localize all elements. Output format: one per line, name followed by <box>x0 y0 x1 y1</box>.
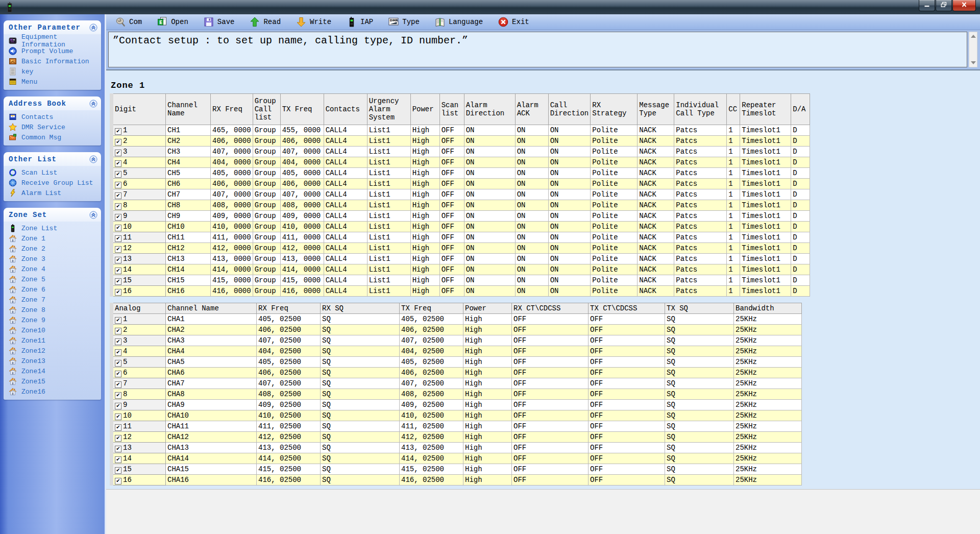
table-cell[interactable]: 406, 02500 <box>400 368 463 378</box>
row-header-cell[interactable]: ✔7 <box>112 189 166 200</box>
sidebar-item-common-msg[interactable]: Common Msg <box>4 132 101 142</box>
table-cell[interactable]: 405, 02500 <box>257 357 321 368</box>
table-cell[interactable]: 405, 02500 <box>400 314 463 325</box>
table-cell[interactable]: OFF <box>512 464 589 475</box>
table-cell[interactable]: CHA12 <box>166 432 257 443</box>
table-cell[interactable]: SQ <box>321 432 400 443</box>
table-cell[interactable]: Group <box>253 275 280 286</box>
table-cell[interactable]: 415, 02500 <box>257 464 321 475</box>
row-checkbox[interactable]: ✔ <box>115 225 121 231</box>
table-cell[interactable]: Polite <box>591 286 638 297</box>
table-cell[interactable]: Polite <box>591 157 638 168</box>
table-cell[interactable]: OFF <box>589 464 665 475</box>
table-cell[interactable]: High <box>463 421 512 432</box>
table-cell[interactable]: 416, 02500 <box>257 475 321 486</box>
table-cell[interactable]: ON <box>464 189 515 200</box>
table-cell[interactable]: 1 <box>727 168 740 179</box>
table-cell[interactable]: OFF <box>512 475 589 486</box>
sidebar-item-basic-information[interactable]: Basic Information <box>4 56 101 66</box>
table-cell[interactable]: NACK <box>638 264 674 275</box>
table-cell[interactable]: OFF <box>512 453 589 464</box>
table-cell[interactable]: 413, 02500 <box>257 443 321 453</box>
table-cell[interactable]: ON <box>548 168 591 179</box>
sidebar-item-zone12[interactable]: Zone12 <box>4 346 101 356</box>
row-header-cell[interactable]: ✔10 <box>112 410 166 421</box>
table-cell[interactable]: 1 <box>727 189 740 200</box>
table-cell[interactable]: List1 <box>367 189 410 200</box>
table-cell[interactable]: 414, 0000 <box>280 264 324 275</box>
table-cell[interactable]: NACK <box>638 200 674 211</box>
table-cell[interactable]: High <box>463 432 512 443</box>
sidebar-item-alarm-list[interactable]: Alarm List <box>4 188 101 198</box>
table-cell[interactable]: 405, 02500 <box>400 357 463 368</box>
table-cell[interactable]: CH15 <box>166 275 211 286</box>
row-header-cell[interactable]: ✔6 <box>112 179 166 189</box>
table-cell[interactable]: 408, 02500 <box>400 389 463 400</box>
table-cell[interactable]: 25KHz <box>734 443 802 453</box>
table-cell[interactable]: Patcs <box>674 222 727 232</box>
table-cell[interactable]: High <box>463 378 512 389</box>
table-cell[interactable]: SQ <box>321 378 400 389</box>
table-cell[interactable]: High <box>463 453 512 464</box>
table-cell[interactable]: OFF <box>512 410 589 421</box>
toolbar-button-iap[interactable]: IAP <box>342 15 377 29</box>
table-cell[interactable]: 412, 0000 <box>280 243 324 254</box>
table-cell[interactable]: Timeslot1 <box>740 189 791 200</box>
table-cell[interactable]: 414, 0000 <box>211 264 253 275</box>
table-cell[interactable]: ON <box>548 179 591 189</box>
table-cell[interactable]: SQ <box>321 400 400 410</box>
row-header-cell[interactable]: ✔16 <box>112 286 166 297</box>
table-cell[interactable]: High <box>410 200 439 211</box>
table-cell[interactable]: CH8 <box>166 200 211 211</box>
row-header-cell[interactable]: ✔8 <box>112 200 166 211</box>
table-cell[interactable]: SQ <box>665 314 734 325</box>
table-cell[interactable]: NACK <box>638 232 674 243</box>
table-cell[interactable]: CHA10 <box>166 410 257 421</box>
table-cell[interactable]: List1 <box>367 243 410 254</box>
table-cell[interactable]: NACK <box>638 189 674 200</box>
table-cell[interactable]: Patcs <box>674 286 727 297</box>
table-cell[interactable]: D <box>791 179 810 189</box>
table-cell[interactable]: OFF <box>439 254 464 264</box>
table-cell[interactable]: OFF <box>439 125 464 136</box>
table-cell[interactable]: 411, 0000 <box>280 232 324 243</box>
row-checkbox[interactable]: ✔ <box>115 478 121 484</box>
table-cell[interactable]: Polite <box>591 189 638 200</box>
table-cell[interactable]: SQ <box>665 464 734 475</box>
row-header-cell[interactable]: ✔10 <box>112 222 166 232</box>
table-cell[interactable]: CHA14 <box>166 453 257 464</box>
table-cell[interactable]: ON <box>515 189 548 200</box>
table-cell[interactable]: Timeslot1 <box>740 179 791 189</box>
table-cell[interactable]: OFF <box>589 475 665 486</box>
table-cell[interactable]: SQ <box>665 368 734 378</box>
table-cell[interactable]: OFF <box>589 314 665 325</box>
table-cell[interactable]: SQ <box>321 335 400 346</box>
table-cell[interactable]: ON <box>464 254 515 264</box>
row-header-cell[interactable]: ✔7 <box>112 378 166 389</box>
table-cell[interactable]: 1 <box>727 125 740 136</box>
table-cell[interactable]: List1 <box>367 147 410 157</box>
toolbar-button-com[interactable]: Com <box>111 15 146 29</box>
table-cell[interactable]: ON <box>548 264 591 275</box>
table-cell[interactable]: CALL4 <box>324 222 367 232</box>
table-cell[interactable]: 407, 02500 <box>400 378 463 389</box>
table-cell[interactable]: ON <box>515 275 548 286</box>
row-header-cell[interactable]: ✔3 <box>112 147 166 157</box>
row-header-cell[interactable]: ✔12 <box>112 243 166 254</box>
table-cell[interactable]: List1 <box>367 254 410 264</box>
table-cell[interactable]: D <box>791 211 810 222</box>
sidebar-item-zone-1[interactable]: Zone 1 <box>4 233 101 244</box>
collapse-chevron-icon[interactable] <box>89 211 97 219</box>
table-cell[interactable]: CALL4 <box>324 264 367 275</box>
table-cell[interactable]: CH13 <box>166 254 211 264</box>
table-cell[interactable]: 411, 02500 <box>400 421 463 432</box>
table-cell[interactable]: ON <box>464 147 515 157</box>
table-cell[interactable]: Polite <box>591 147 638 157</box>
table-cell[interactable]: D <box>791 275 810 286</box>
sidebar-item-zone-2[interactable]: Zone 2 <box>4 244 101 254</box>
table-cell[interactable]: 465, 0000 <box>211 125 253 136</box>
table-cell[interactable]: D <box>791 222 810 232</box>
table-cell[interactable]: CALL4 <box>324 136 367 147</box>
table-cell[interactable]: ON <box>464 125 515 136</box>
row-checkbox[interactable]: ✔ <box>115 414 121 420</box>
